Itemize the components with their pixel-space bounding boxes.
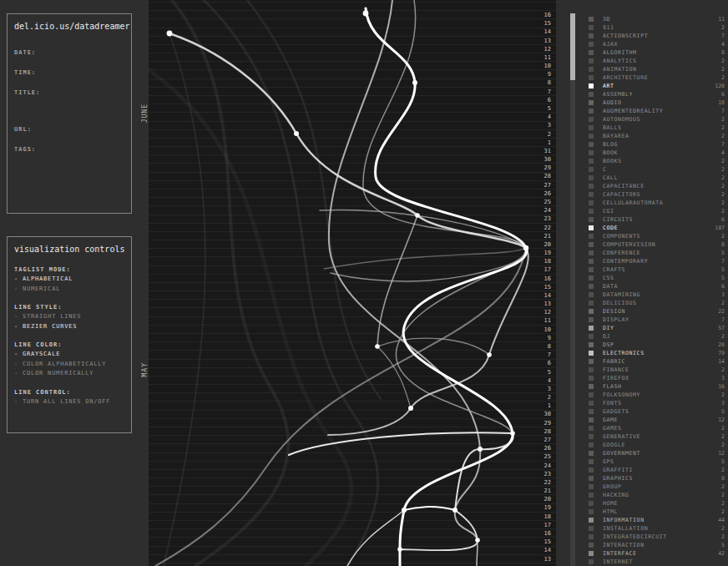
tag-checkbox[interactable]: [589, 67, 594, 72]
tag-checkbox[interactable]: [589, 534, 594, 539]
control-option[interactable]: - BEZIER CURVES: [14, 322, 128, 332]
tag-row[interactable]: INFORMATION44: [581, 516, 728, 524]
tag-checkbox[interactable]: [589, 75, 594, 80]
tag-row[interactable]: DATAMINING3: [581, 291, 728, 299]
tag-row[interactable]: CALL2: [581, 174, 728, 182]
tag-checkbox[interactable]: [589, 142, 594, 147]
tag-row[interactable]: FABRIC14: [581, 357, 728, 366]
tag-checkbox[interactable]: [589, 33, 594, 38]
tag-checkbox[interactable]: [589, 367, 594, 372]
tag-scrollbar-track[interactable]: [570, 13, 575, 566]
tag-row[interactable]: DISPLAY7: [581, 316, 728, 324]
control-option[interactable]: - TURN ALL LINES ON/OFF: [14, 397, 128, 407]
tag-checkbox[interactable]: [589, 518, 594, 523]
tag-row[interactable]: FONTS3: [581, 399, 728, 407]
tag-row[interactable]: ANIMATION2: [581, 65, 728, 73]
tag-row[interactable]: CGI2: [581, 207, 728, 215]
tag-checkbox[interactable]: [589, 134, 594, 139]
tag-row[interactable]: DELICIOUS2: [581, 299, 728, 307]
tag-checkbox[interactable]: [589, 42, 594, 47]
tag-checkbox[interactable]: [589, 484, 594, 489]
tag-row[interactable]: GENERATIVE2: [581, 432, 728, 441]
tag-row[interactable]: ASSEMBLY6: [581, 90, 728, 99]
tag-checkbox[interactable]: [589, 434, 594, 439]
tag-scrollbar-thumb[interactable]: [570, 13, 575, 80]
tag-checkbox[interactable]: [589, 401, 594, 406]
tag-checkbox[interactable]: [589, 184, 594, 189]
tag-row[interactable]: BAYAREA2: [581, 132, 728, 140]
tag-checkbox[interactable]: [589, 526, 594, 531]
tag-row[interactable]: GADGETS5: [581, 407, 728, 416]
tag-row[interactable]: GPS5: [581, 457, 728, 466]
control-option[interactable]: - ALPHABETICAL: [14, 275, 128, 285]
tag-checkbox[interactable]: [589, 326, 594, 331]
tag-row[interactable]: FINANCE2: [581, 366, 728, 374]
tag-checkbox[interactable]: [589, 359, 594, 364]
tag-row[interactable]: BOOKS2: [581, 157, 728, 165]
tag-checkbox[interactable]: [589, 292, 594, 297]
tag-checkbox[interactable]: [589, 117, 594, 122]
timeline-plot-canvas[interactable]: 1615141312111098765432131302928272625242…: [149, 0, 556, 566]
tag-row[interactable]: COMPUTERVISION8: [581, 240, 728, 249]
tag-row[interactable]: CIRCUITS6: [581, 215, 728, 224]
tag-row[interactable]: ART120: [581, 82, 728, 90]
tag-checkbox[interactable]: [589, 551, 594, 556]
tag-checkbox[interactable]: [589, 543, 594, 548]
tag-checkbox[interactable]: [589, 50, 594, 55]
tag-row[interactable]: GRAFFITI2: [581, 466, 728, 474]
tag-checkbox[interactable]: [589, 209, 594, 214]
tag-row[interactable]: DJ2: [581, 332, 728, 341]
tag-checkbox[interactable]: [589, 501, 594, 506]
control-option[interactable]: - NUMERICAL: [14, 285, 128, 295]
tag-row[interactable]: CELLULARAUTOMATA2: [581, 199, 728, 207]
tag-checkbox[interactable]: [589, 217, 594, 222]
tag-checkbox[interactable]: [589, 301, 594, 306]
tag-checkbox[interactable]: [589, 25, 594, 30]
tag-checkbox[interactable]: [589, 417, 594, 422]
tag-checkbox[interactable]: [589, 192, 594, 197]
tag-checkbox[interactable]: [589, 159, 594, 164]
tag-row[interactable]: HOME2: [581, 499, 728, 508]
tag-checkbox[interactable]: [589, 493, 594, 498]
tag-checkbox[interactable]: [589, 392, 594, 397]
tag-row[interactable]: GOOGLE2: [581, 441, 728, 449]
tag-checkbox[interactable]: [589, 83, 594, 88]
tag-row[interactable]: BALLS2: [581, 124, 728, 132]
tag-checkbox[interactable]: [589, 100, 594, 105]
tag-row[interactable]: HACKING2: [581, 491, 728, 499]
tag-row[interactable]: GOVERNMENT12: [581, 449, 728, 457]
tag-row[interactable]: INTERFACE42: [581, 549, 728, 558]
tag-checkbox[interactable]: [589, 476, 594, 481]
control-option[interactable]: - COLOR ALPHABETICALLY: [14, 360, 128, 370]
tag-checkbox[interactable]: [589, 442, 594, 447]
tag-row[interactable]: FLASH16: [581, 382, 728, 391]
tag-row[interactable]: INTERACTION5: [581, 541, 728, 549]
tag-checkbox[interactable]: [589, 175, 594, 180]
tag-checkbox[interactable]: [589, 58, 594, 63]
tag-row[interactable]: GAMES2: [581, 424, 728, 432]
control-option[interactable]: - STRAIGHT LINES: [14, 312, 128, 322]
tag-row[interactable]: BOOK4: [581, 149, 728, 157]
tag-row[interactable]: ACTIONSCRIPT7: [581, 32, 728, 40]
tag-row[interactable]: FIREFOX3: [581, 374, 728, 382]
tag-row[interactable]: C2: [581, 165, 728, 174]
tag-row[interactable]: ANALYTICS2: [581, 57, 728, 65]
tag-row[interactable]: INTERNET: [581, 558, 728, 566]
tag-row[interactable]: BLOG7: [581, 140, 728, 149]
tag-checkbox[interactable]: [589, 409, 594, 414]
tag-row[interactable]: GAME12: [581, 416, 728, 424]
tag-checkbox[interactable]: [589, 559, 594, 564]
tag-row[interactable]: 3D11: [581, 15, 728, 23]
tag-checkbox[interactable]: [589, 451, 594, 456]
tag-checkbox[interactable]: [589, 467, 594, 473]
tag-checkbox[interactable]: [589, 150, 594, 155]
tag-checkbox[interactable]: [589, 259, 594, 264]
tag-row[interactable]: DSP20: [581, 341, 728, 349]
tag-row[interactable]: CODE107: [581, 224, 728, 232]
tag-checkbox[interactable]: [589, 250, 594, 255]
tag-row[interactable]: AJAX4: [581, 40, 728, 48]
tag-checkbox[interactable]: [589, 384, 594, 389]
tag-checkbox[interactable]: [589, 225, 594, 230]
tag-checkbox[interactable]: [589, 317, 594, 322]
tag-checkbox[interactable]: [589, 267, 594, 272]
